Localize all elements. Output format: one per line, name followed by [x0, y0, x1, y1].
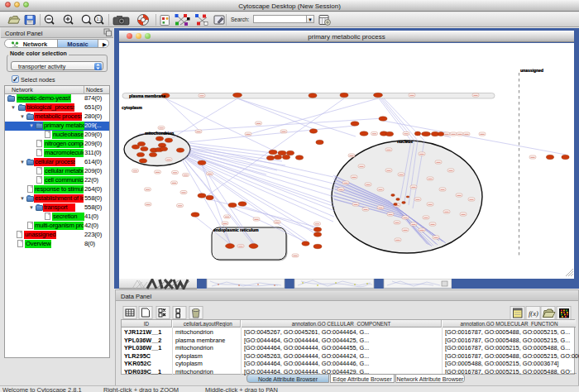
svg-text:nucleus: nucleus: [397, 139, 413, 144]
svg-text:unassigned: unassigned: [520, 68, 543, 73]
svg-text:mitochondrion: mitochondrion: [145, 131, 174, 136]
svg-text:1:1: 1:1: [96, 17, 102, 22]
svg-text:cytoplasm: cytoplasm: [122, 105, 142, 110]
svg-text:plasma membrane: plasma membrane: [129, 93, 165, 98]
svg-text:endoplasmic reticulum: endoplasmic reticulum: [213, 227, 259, 232]
svg-text:f(x): f(x): [529, 309, 538, 318]
